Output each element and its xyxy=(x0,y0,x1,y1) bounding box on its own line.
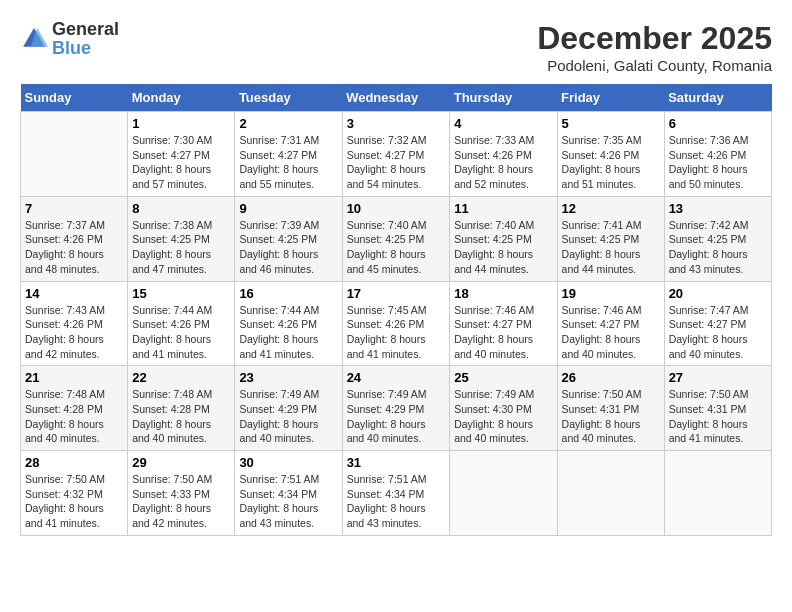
calendar-cell: 27Sunrise: 7:50 AM Sunset: 4:31 PM Dayli… xyxy=(664,366,771,451)
day-number: 1 xyxy=(132,116,230,131)
day-info: Sunrise: 7:31 AM Sunset: 4:27 PM Dayligh… xyxy=(239,133,337,192)
calendar-cell xyxy=(450,451,557,536)
day-info: Sunrise: 7:50 AM Sunset: 4:31 PM Dayligh… xyxy=(562,387,660,446)
day-info: Sunrise: 7:46 AM Sunset: 4:27 PM Dayligh… xyxy=(454,303,552,362)
calendar-cell: 31Sunrise: 7:51 AM Sunset: 4:34 PM Dayli… xyxy=(342,451,450,536)
day-info: Sunrise: 7:49 AM Sunset: 4:29 PM Dayligh… xyxy=(239,387,337,446)
day-info: Sunrise: 7:44 AM Sunset: 4:26 PM Dayligh… xyxy=(132,303,230,362)
day-number: 31 xyxy=(347,455,446,470)
logo: General Blue xyxy=(20,20,119,58)
calendar-cell: 30Sunrise: 7:51 AM Sunset: 4:34 PM Dayli… xyxy=(235,451,342,536)
day-number: 28 xyxy=(25,455,123,470)
calendar-cell: 11Sunrise: 7:40 AM Sunset: 4:25 PM Dayli… xyxy=(450,196,557,281)
day-info: Sunrise: 7:43 AM Sunset: 4:26 PM Dayligh… xyxy=(25,303,123,362)
day-info: Sunrise: 7:48 AM Sunset: 4:28 PM Dayligh… xyxy=(132,387,230,446)
month-title: December 2025 xyxy=(537,20,772,57)
calendar-body: 1Sunrise: 7:30 AM Sunset: 4:27 PM Daylig… xyxy=(21,112,772,536)
calendar-cell: 1Sunrise: 7:30 AM Sunset: 4:27 PM Daylig… xyxy=(128,112,235,197)
weekday-header-friday: Friday xyxy=(557,84,664,112)
day-info: Sunrise: 7:49 AM Sunset: 4:29 PM Dayligh… xyxy=(347,387,446,446)
calendar-cell: 6Sunrise: 7:36 AM Sunset: 4:26 PM Daylig… xyxy=(664,112,771,197)
location-title: Podoleni, Galati County, Romania xyxy=(537,57,772,74)
day-info: Sunrise: 7:51 AM Sunset: 4:34 PM Dayligh… xyxy=(347,472,446,531)
day-number: 25 xyxy=(454,370,552,385)
day-number: 15 xyxy=(132,286,230,301)
calendar-cell: 22Sunrise: 7:48 AM Sunset: 4:28 PM Dayli… xyxy=(128,366,235,451)
calendar-cell: 17Sunrise: 7:45 AM Sunset: 4:26 PM Dayli… xyxy=(342,281,450,366)
logo-text-blue: Blue xyxy=(52,38,91,58)
day-info: Sunrise: 7:50 AM Sunset: 4:31 PM Dayligh… xyxy=(669,387,767,446)
day-info: Sunrise: 7:46 AM Sunset: 4:27 PM Dayligh… xyxy=(562,303,660,362)
day-number: 17 xyxy=(347,286,446,301)
day-info: Sunrise: 7:30 AM Sunset: 4:27 PM Dayligh… xyxy=(132,133,230,192)
day-info: Sunrise: 7:40 AM Sunset: 4:25 PM Dayligh… xyxy=(347,218,446,277)
day-info: Sunrise: 7:37 AM Sunset: 4:26 PM Dayligh… xyxy=(25,218,123,277)
calendar-cell: 28Sunrise: 7:50 AM Sunset: 4:32 PM Dayli… xyxy=(21,451,128,536)
logo-text-general: General xyxy=(52,19,119,39)
weekday-header-tuesday: Tuesday xyxy=(235,84,342,112)
day-number: 18 xyxy=(454,286,552,301)
weekday-header-sunday: Sunday xyxy=(21,84,128,112)
weekday-header-row: SundayMondayTuesdayWednesdayThursdayFrid… xyxy=(21,84,772,112)
generalblue-logo-icon xyxy=(20,25,48,53)
calendar-cell: 5Sunrise: 7:35 AM Sunset: 4:26 PM Daylig… xyxy=(557,112,664,197)
title-block: December 2025 Podoleni, Galati County, R… xyxy=(537,20,772,74)
calendar-cell: 7Sunrise: 7:37 AM Sunset: 4:26 PM Daylig… xyxy=(21,196,128,281)
calendar-cell: 24Sunrise: 7:49 AM Sunset: 4:29 PM Dayli… xyxy=(342,366,450,451)
day-info: Sunrise: 7:39 AM Sunset: 4:25 PM Dayligh… xyxy=(239,218,337,277)
calendar-cell: 26Sunrise: 7:50 AM Sunset: 4:31 PM Dayli… xyxy=(557,366,664,451)
calendar-cell: 3Sunrise: 7:32 AM Sunset: 4:27 PM Daylig… xyxy=(342,112,450,197)
day-number: 30 xyxy=(239,455,337,470)
day-number: 11 xyxy=(454,201,552,216)
day-number: 8 xyxy=(132,201,230,216)
day-number: 5 xyxy=(562,116,660,131)
weekday-header-monday: Monday xyxy=(128,84,235,112)
calendar-cell: 25Sunrise: 7:49 AM Sunset: 4:30 PM Dayli… xyxy=(450,366,557,451)
day-info: Sunrise: 7:47 AM Sunset: 4:27 PM Dayligh… xyxy=(669,303,767,362)
day-number: 19 xyxy=(562,286,660,301)
day-number: 3 xyxy=(347,116,446,131)
page-header: General Blue December 2025 Podoleni, Gal… xyxy=(20,20,772,74)
day-number: 24 xyxy=(347,370,446,385)
day-info: Sunrise: 7:32 AM Sunset: 4:27 PM Dayligh… xyxy=(347,133,446,192)
day-info: Sunrise: 7:42 AM Sunset: 4:25 PM Dayligh… xyxy=(669,218,767,277)
day-info: Sunrise: 7:49 AM Sunset: 4:30 PM Dayligh… xyxy=(454,387,552,446)
calendar-cell: 14Sunrise: 7:43 AM Sunset: 4:26 PM Dayli… xyxy=(21,281,128,366)
day-info: Sunrise: 7:48 AM Sunset: 4:28 PM Dayligh… xyxy=(25,387,123,446)
day-number: 7 xyxy=(25,201,123,216)
weekday-header-thursday: Thursday xyxy=(450,84,557,112)
day-number: 10 xyxy=(347,201,446,216)
day-number: 2 xyxy=(239,116,337,131)
weekday-header-wednesday: Wednesday xyxy=(342,84,450,112)
calendar-week-4: 21Sunrise: 7:48 AM Sunset: 4:28 PM Dayli… xyxy=(21,366,772,451)
day-info: Sunrise: 7:41 AM Sunset: 4:25 PM Dayligh… xyxy=(562,218,660,277)
calendar-cell: 16Sunrise: 7:44 AM Sunset: 4:26 PM Dayli… xyxy=(235,281,342,366)
day-number: 26 xyxy=(562,370,660,385)
day-number: 16 xyxy=(239,286,337,301)
day-number: 4 xyxy=(454,116,552,131)
calendar-cell: 19Sunrise: 7:46 AM Sunset: 4:27 PM Dayli… xyxy=(557,281,664,366)
day-info: Sunrise: 7:44 AM Sunset: 4:26 PM Dayligh… xyxy=(239,303,337,362)
calendar-cell: 23Sunrise: 7:49 AM Sunset: 4:29 PM Dayli… xyxy=(235,366,342,451)
calendar-cell: 2Sunrise: 7:31 AM Sunset: 4:27 PM Daylig… xyxy=(235,112,342,197)
calendar-table: SundayMondayTuesdayWednesdayThursdayFrid… xyxy=(20,84,772,536)
day-info: Sunrise: 7:51 AM Sunset: 4:34 PM Dayligh… xyxy=(239,472,337,531)
calendar-cell: 4Sunrise: 7:33 AM Sunset: 4:26 PM Daylig… xyxy=(450,112,557,197)
day-number: 20 xyxy=(669,286,767,301)
weekday-header-saturday: Saturday xyxy=(664,84,771,112)
day-number: 23 xyxy=(239,370,337,385)
calendar-cell xyxy=(664,451,771,536)
calendar-week-3: 14Sunrise: 7:43 AM Sunset: 4:26 PM Dayli… xyxy=(21,281,772,366)
day-number: 22 xyxy=(132,370,230,385)
calendar-cell: 10Sunrise: 7:40 AM Sunset: 4:25 PM Dayli… xyxy=(342,196,450,281)
day-info: Sunrise: 7:50 AM Sunset: 4:32 PM Dayligh… xyxy=(25,472,123,531)
day-info: Sunrise: 7:50 AM Sunset: 4:33 PM Dayligh… xyxy=(132,472,230,531)
day-number: 12 xyxy=(562,201,660,216)
day-number: 14 xyxy=(25,286,123,301)
calendar-cell: 9Sunrise: 7:39 AM Sunset: 4:25 PM Daylig… xyxy=(235,196,342,281)
calendar-cell xyxy=(557,451,664,536)
day-number: 27 xyxy=(669,370,767,385)
calendar-cell: 18Sunrise: 7:46 AM Sunset: 4:27 PM Dayli… xyxy=(450,281,557,366)
calendar-cell: 15Sunrise: 7:44 AM Sunset: 4:26 PM Dayli… xyxy=(128,281,235,366)
day-number: 6 xyxy=(669,116,767,131)
